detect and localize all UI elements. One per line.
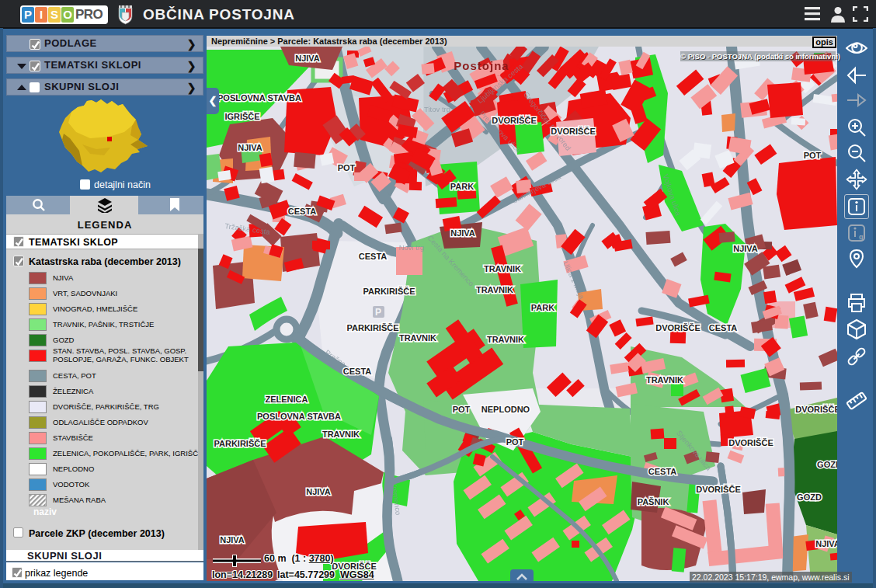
svg-text:GOZD: GOZD bbox=[797, 492, 822, 502]
svg-text:Novi trg: Novi trg bbox=[399, 243, 425, 252]
svg-text:CESTA: CESTA bbox=[709, 323, 738, 332]
svg-text:TRAVNIK: TRAVNIK bbox=[487, 335, 524, 344]
svg-text:TRAVNIK: TRAVNIK bbox=[322, 430, 360, 439]
svg-text:DVORIŠČE: DVORIŠČE bbox=[728, 438, 773, 447]
svg-text:PAŠNIK: PAŠNIK bbox=[638, 497, 669, 506]
svg-text:Postojna: Postojna bbox=[454, 59, 509, 72]
svg-text:TRAVNIK: TRAVNIK bbox=[484, 264, 521, 273]
svg-text:TRAVNIK: TRAVNIK bbox=[646, 375, 683, 384]
svg-text:TRAVNIK: TRAVNIK bbox=[399, 333, 436, 343]
svg-text:g: g bbox=[859, 233, 864, 241]
svg-text:PARK: PARK bbox=[450, 182, 474, 191]
svg-text:NJIVA: NJIVA bbox=[306, 487, 331, 496]
svg-text:DVORIŠČE: DVORIŠČE bbox=[696, 485, 740, 494]
svg-text:POSLOVNA STAVBA: POSLOVNA STAVBA bbox=[257, 412, 341, 421]
svg-text:PARK: PARK bbox=[531, 303, 554, 312]
svg-text:NJIVA: NJIVA bbox=[450, 228, 475, 238]
svg-text:NJIVA: NJIVA bbox=[238, 143, 262, 152]
svg-text:Titov trg: Titov trg bbox=[424, 105, 450, 113]
svg-text:P: P bbox=[375, 307, 381, 318]
svg-text:CESTA: CESTA bbox=[288, 207, 317, 216]
svg-text:PARKIRIŠČE: PARKIRIŠČE bbox=[346, 323, 398, 332]
svg-text:CESTA: CESTA bbox=[648, 467, 677, 476]
svg-text:NJIVA: NJIVA bbox=[220, 535, 245, 545]
svg-text:PARKIRIŠČE: PARKIRIŠČE bbox=[363, 287, 415, 296]
svg-text:DVORIŠČE: DVORIŠČE bbox=[655, 323, 700, 332]
svg-text:POT: POT bbox=[338, 163, 356, 172]
svg-text:CESTA: CESTA bbox=[343, 367, 372, 376]
svg-text:NEPLODNO: NEPLODNO bbox=[481, 405, 530, 414]
svg-text:GOZD: GOZD bbox=[817, 460, 837, 469]
svg-text:CESTA: CESTA bbox=[359, 252, 388, 261]
svg-text:DVORIŠČE: DVORIŠČE bbox=[795, 405, 837, 414]
svg-text:TRAVNIK: TRAVNIK bbox=[476, 285, 513, 294]
svg-text:POSLOVNA STAVBA: POSLOVNA STAVBA bbox=[217, 93, 301, 103]
svg-text:NJIVA: NJIVA bbox=[733, 244, 758, 253]
svg-text:POT: POT bbox=[804, 151, 822, 160]
svg-text:PARKIRIŠČE: PARKIRIŠČE bbox=[214, 439, 266, 448]
svg-text:NJIVA: NJIVA bbox=[815, 539, 837, 548]
svg-text:DVORIŠČE: DVORIŠČE bbox=[492, 116, 536, 125]
svg-text:IGRIŠČE: IGRIŠČE bbox=[224, 112, 259, 121]
svg-text:NJIVA: NJIVA bbox=[295, 54, 320, 63]
svg-text:POT: POT bbox=[506, 437, 524, 447]
svg-text:ZELENICA: ZELENICA bbox=[266, 395, 308, 404]
svg-text:POT: POT bbox=[453, 405, 471, 414]
svg-text:DVORIŠČE: DVORIŠČE bbox=[551, 127, 595, 136]
